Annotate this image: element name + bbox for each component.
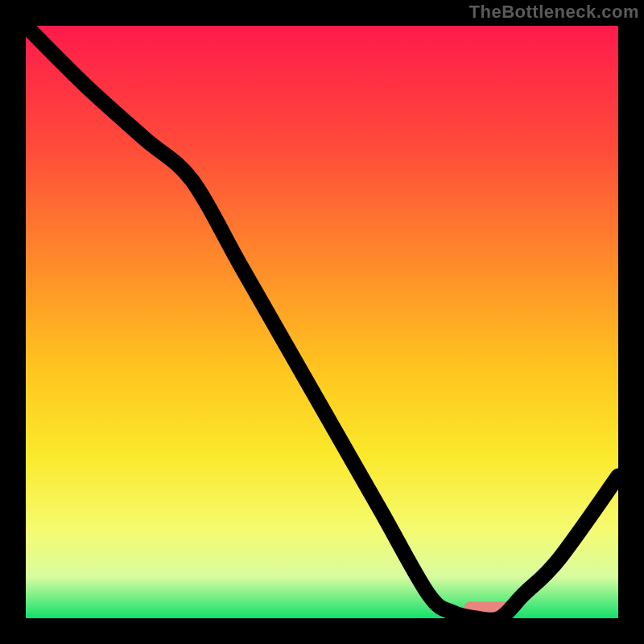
bottleneck-chart (26, 26, 618, 618)
chart-frame: TheBottleneck.com (0, 0, 644, 644)
watermark-text: TheBottleneck.com (469, 2, 639, 23)
